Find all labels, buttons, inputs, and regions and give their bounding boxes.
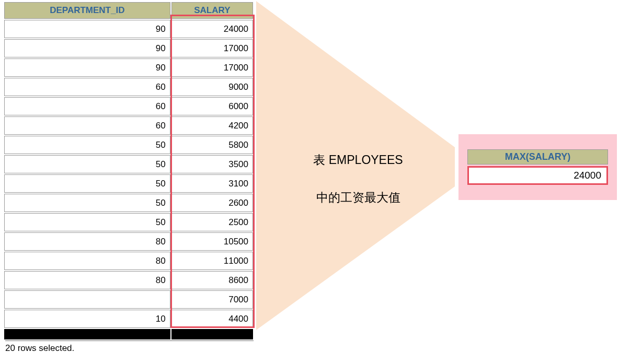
cell-dept: 80 — [4, 252, 170, 270]
result-panel: MAX(SALARY) 24000 — [458, 134, 617, 200]
col-dept-header: DEPARTMENT_ID — [4, 2, 170, 19]
table-row: 8010500 — [4, 232, 253, 251]
table-row: 502500 — [4, 213, 253, 231]
annotation-line2: 中的工资最大值 — [261, 179, 455, 216]
cell-dept — [4, 290, 170, 309]
cell-salary: 3100 — [171, 174, 253, 193]
table-truncation-row — [4, 329, 253, 339]
cell-dept: 50 — [4, 136, 170, 154]
cell-salary: 24000 — [171, 20, 253, 38]
table-row: 609000 — [4, 78, 253, 96]
table-row: 606000 — [4, 97, 253, 115]
table-row: 503500 — [4, 155, 253, 173]
cell-dept: 80 — [4, 271, 170, 289]
cell-salary: 4400 — [171, 310, 253, 328]
cell-dept: 90 — [4, 58, 170, 77]
result-header: MAX(SALARY) — [467, 149, 608, 165]
source-table: DEPARTMENT_ID SALARY 9024000901700090170… — [3, 1, 254, 340]
cell-salary: 17000 — [171, 39, 253, 57]
cell-salary: 2600 — [171, 194, 253, 212]
table-row: 808600 — [4, 271, 253, 289]
cell-dept: 50 — [4, 213, 170, 231]
cell-salary: 5800 — [171, 136, 253, 154]
cell-salary: 4200 — [171, 116, 253, 135]
table-row: 505800 — [4, 136, 253, 154]
table-row: 9017000 — [4, 39, 253, 57]
cell-salary: 11000 — [171, 252, 253, 270]
cell-salary: 10500 — [171, 232, 253, 251]
annotation-text: 表 EMPLOYEES 中的工资最大值 — [261, 141, 455, 216]
cell-dept: 60 — [4, 97, 170, 115]
table-row: 8011000 — [4, 252, 253, 270]
cell-salary: 17000 — [171, 58, 253, 77]
table-row: 9017000 — [4, 58, 253, 77]
rows-selected-text: 20 rows selected. — [5, 340, 254, 354]
cell-salary: 9000 — [171, 78, 253, 96]
annotation-line1: 表 EMPLOYEES — [261, 141, 455, 179]
cell-dept: 10 — [4, 310, 170, 328]
cell-salary: 3500 — [171, 155, 253, 173]
cell-salary: 8600 — [171, 271, 253, 289]
cell-dept: 60 — [4, 78, 170, 96]
cell-dept: 50 — [4, 194, 170, 212]
result-value: 24000 — [467, 166, 608, 185]
cell-salary: 2500 — [171, 213, 253, 231]
table-row: 7000 — [4, 290, 253, 309]
table-row: 104400 — [4, 310, 253, 328]
cell-salary: 6000 — [171, 97, 253, 115]
table-row: 503100 — [4, 174, 253, 193]
table-row: 502600 — [4, 194, 253, 212]
cell-dept: 60 — [4, 116, 170, 135]
cell-salary: 7000 — [171, 290, 253, 309]
col-salary-header: SALARY — [171, 2, 253, 19]
cell-dept: 80 — [4, 232, 170, 251]
cell-dept: 90 — [4, 39, 170, 57]
cell-dept: 50 — [4, 155, 170, 173]
table-row: 604200 — [4, 116, 253, 135]
result-table: MAX(SALARY) 24000 — [466, 148, 610, 186]
cell-dept: 90 — [4, 20, 170, 38]
table-row: 9024000 — [4, 20, 253, 38]
cell-dept: 50 — [4, 174, 170, 193]
